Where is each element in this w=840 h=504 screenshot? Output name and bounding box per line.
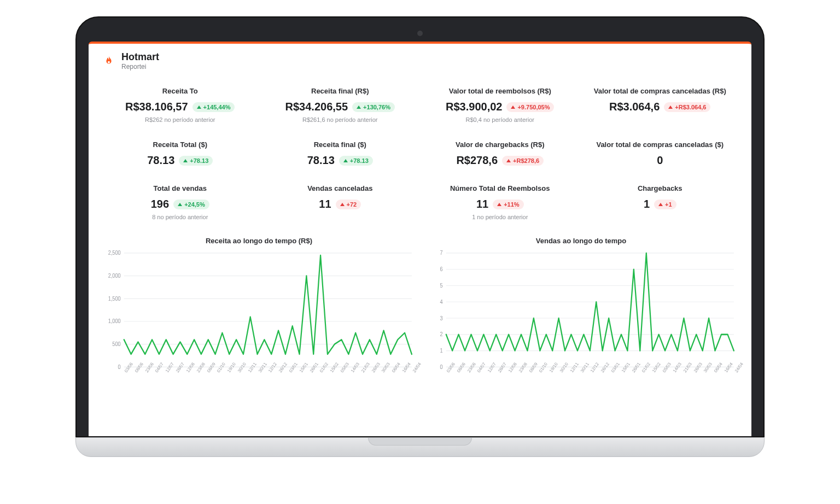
x-tick: 23/06 <box>466 371 470 373</box>
triangle-icon <box>511 106 515 109</box>
x-tick: 03/06 <box>446 371 450 373</box>
svg-text:1,000: 1,000 <box>108 318 121 325</box>
metric-value: R$3.064,6 <box>609 101 660 113</box>
metric-card: Vendas canceladas 11 +72 <box>263 184 418 220</box>
x-tick: 03/01 <box>610 371 614 373</box>
metric-card: Valor total de reembolsos (R$) R$3.900,0… <box>423 87 578 123</box>
x-tick: 28/07 <box>497 371 501 373</box>
brand-title: Hotmart <box>121 51 159 63</box>
delta-badge: +145,44% <box>192 102 235 112</box>
delta-badge: +78.13 <box>179 156 213 166</box>
svg-text:6: 6 <box>440 266 444 273</box>
metric-previous: R$262 no período anterior <box>103 116 258 123</box>
delta-badge: +R$3.064,6 <box>664 102 710 112</box>
x-tick: 05/03 <box>662 371 666 373</box>
x-tick: 01/02 <box>319 371 323 373</box>
x-tick: 28/07 <box>175 371 179 373</box>
metric-value: 78.13 <box>147 154 174 167</box>
metric-value: R$278,6 <box>456 154 498 167</box>
x-tick: 30/11 <box>580 371 584 373</box>
app-screen: Hotmart Reportei Receita To R$38.106,57 … <box>89 42 751 436</box>
metric-card: Valor de chargebacks (R$) R$278,6 +R$278… <box>423 140 578 167</box>
delta-text: +R$278,6 <box>513 157 539 164</box>
metric-previous: R$0,4 no período anterior <box>423 116 578 123</box>
delta-badge: +78.13 <box>339 156 373 166</box>
x-tick: 03/06 <box>124 371 127 373</box>
delta-badge: +130,76% <box>352 102 395 112</box>
metric-label: Chargebacks <box>583 184 738 192</box>
x-tick: 26/01 <box>309 371 313 373</box>
delta-text: +1 <box>665 201 672 208</box>
x-tick: 15/01 <box>299 371 302 373</box>
triangle-icon <box>658 203 663 206</box>
metric-card: Total de vendas 196 +24,5% 8 no período … <box>103 184 258 220</box>
x-axis-ticks: 03/0608/0623/0604/0712/0728/0712/0823/08… <box>425 370 737 376</box>
delta-text: +R$3.064,6 <box>675 104 706 110</box>
x-tick: 19/10 <box>549 371 552 373</box>
camera-dot <box>417 31 423 36</box>
svg-text:0: 0 <box>440 364 444 370</box>
svg-text:2,500: 2,500 <box>108 250 121 256</box>
delta-text: +130,76% <box>363 104 390 110</box>
x-tick: 12/07 <box>165 371 168 373</box>
delta-text: +78.13 <box>350 157 369 164</box>
chart-plot: 01234567 <box>425 249 737 370</box>
metric-label: Vendas canceladas <box>263 184 418 192</box>
metric-card: Receita final (R$) R$34.206,55 +130,76% … <box>263 87 418 123</box>
x-tick: 01/10 <box>216 371 220 373</box>
x-tick: 01/02 <box>641 371 645 373</box>
flame-icon <box>103 55 115 67</box>
x-tick: 05/03 <box>340 371 343 373</box>
x-tick: 04/07 <box>476 371 480 373</box>
triangle-icon <box>497 203 501 206</box>
x-tick: 12/12 <box>267 371 271 373</box>
x-tick: 26/01 <box>631 371 635 373</box>
x-tick: 21/03 <box>682 371 686 373</box>
chart-title: Receita ao longo do tempo (R$) <box>103 237 415 245</box>
metric-label: Total de vendas <box>103 184 258 192</box>
x-tick: 12/08 <box>508 371 511 373</box>
svg-text:5: 5 <box>440 282 444 289</box>
metric-card: Receita To R$38.106,57 +145,44% R$262 no… <box>103 87 258 123</box>
metric-value: 78.13 <box>307 154 335 167</box>
metric-card: Chargebacks 1 +1 <box>583 184 738 220</box>
metric-label: Valor total de reembolsos (R$) <box>423 87 578 95</box>
x-tick: 12/11 <box>569 371 573 373</box>
metric-value: 11 <box>319 198 331 210</box>
x-tick: 23/06 <box>144 371 148 373</box>
x-tick: 06/04 <box>713 371 717 373</box>
svg-text:2: 2 <box>440 331 443 338</box>
triangle-icon <box>178 203 182 206</box>
metric-card: Receita Total ($) 78.13 +78.13 <box>103 140 258 167</box>
line-series <box>124 255 412 354</box>
metric-card: Número Total de Reembolsos 11 +11% 1 no … <box>423 184 578 220</box>
triangle-icon <box>340 203 345 206</box>
metric-card: Valor total de compras canceladas ($) 0 <box>583 140 738 167</box>
metric-value: 1 <box>644 198 650 210</box>
svg-point-0 <box>108 61 110 63</box>
delta-text: +9.750,05% <box>517 104 550 110</box>
chart-plot: 05001,0001,5002,0002,500 <box>103 249 415 370</box>
delta-badge: +9.750,05% <box>506 102 554 112</box>
dashboard: Hotmart Reportei Receita To R$38.106,57 … <box>89 44 751 376</box>
x-tick: 19/10 <box>226 371 230 373</box>
delta-badge: +11% <box>493 200 523 209</box>
x-tick: 23/08 <box>518 371 522 373</box>
x-tick: 26/03 <box>693 371 697 373</box>
x-tick: 23/08 <box>196 371 200 373</box>
x-tick: 14/03 <box>672 371 676 373</box>
x-tick: 08/06 <box>134 371 138 373</box>
svg-text:7: 7 <box>440 250 443 256</box>
chart-title: Vendas ao longo do tempo <box>425 237 737 245</box>
x-tick: 24/04 <box>734 371 738 373</box>
metric-label: Número Total de Reembolsos <box>423 184 578 192</box>
triangle-icon <box>343 159 348 162</box>
x-tick: 16/04 <box>401 371 405 373</box>
metric-label: Receita final ($) <box>263 140 418 149</box>
metric-value: 11 <box>476 198 488 210</box>
x-tick: 16/04 <box>724 371 727 373</box>
x-tick: 30/03 <box>703 371 707 373</box>
triangle-icon <box>668 106 673 109</box>
metric-value: 196 <box>151 198 169 210</box>
x-tick: 12/08 <box>185 371 189 373</box>
